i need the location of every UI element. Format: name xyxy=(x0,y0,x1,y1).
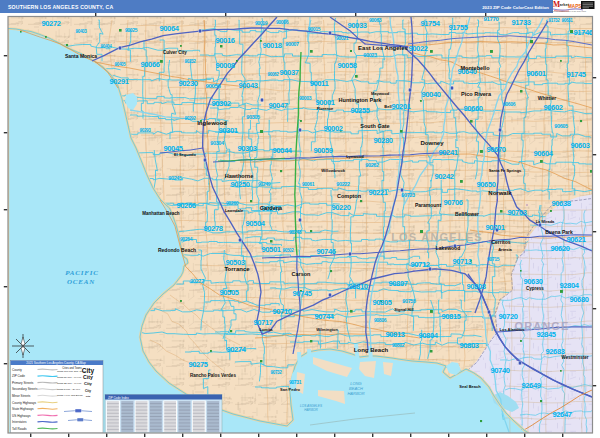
svg-text:90274: 90274 xyxy=(226,345,246,354)
svg-text:90016: 90016 xyxy=(215,36,234,45)
svg-text:Torrance: Torrance xyxy=(224,266,250,272)
svg-text:Toll Roads: Toll Roads xyxy=(12,427,27,431)
svg-text:90242: 90242 xyxy=(434,172,453,181)
svg-text:90712: 90712 xyxy=(410,260,429,269)
svg-text:County Highways: County Highways xyxy=(12,401,37,405)
svg-text:Class 4,999 and Below: Class 4,999 and Below xyxy=(57,394,83,397)
svg-text:90248: 90248 xyxy=(289,229,302,235)
svg-text:Florence: Florence xyxy=(317,106,334,111)
svg-text:90249: 90249 xyxy=(258,181,271,187)
svg-text:Lynwood: Lynwood xyxy=(346,154,364,159)
svg-text:90064: 90064 xyxy=(159,24,179,33)
svg-text:Secondary Streets: Secondary Streets xyxy=(12,387,38,391)
svg-text:90304: 90304 xyxy=(210,140,225,146)
svg-text:90638: 90638 xyxy=(551,199,570,208)
svg-text:Bellflower: Bellflower xyxy=(455,211,479,217)
svg-text:Rancho Palos Verdes: Rancho Palos Verdes xyxy=(190,373,236,378)
svg-text:90025: 90025 xyxy=(125,27,138,33)
svg-text:Bell: Bell xyxy=(384,104,391,109)
svg-text:90047: 90047 xyxy=(268,101,287,110)
svg-text:90631: 90631 xyxy=(562,18,574,23)
svg-text:90502: 90502 xyxy=(283,248,295,253)
svg-text:90650: 90650 xyxy=(476,180,495,189)
svg-text:90066: 90066 xyxy=(140,60,159,69)
svg-text:Inglewood: Inglewood xyxy=(197,120,227,126)
svg-text:90305: 90305 xyxy=(246,114,260,120)
svg-text:90804: 90804 xyxy=(418,331,438,340)
svg-text:90301: 90301 xyxy=(218,126,237,135)
svg-text:Cypress: Cypress xyxy=(526,286,544,291)
svg-text:90255: 90255 xyxy=(350,106,369,115)
svg-text:90302: 90302 xyxy=(211,99,230,108)
svg-text:90621: 90621 xyxy=(566,235,585,244)
svg-text:90278: 90278 xyxy=(203,224,222,233)
svg-text:90291: 90291 xyxy=(109,77,128,86)
svg-text:90501: 90501 xyxy=(261,245,280,254)
svg-text:Maywood: Maywood xyxy=(371,91,390,96)
svg-text:90011: 90011 xyxy=(310,79,329,88)
svg-text:City: City xyxy=(85,389,91,393)
svg-text:Wilmington: Wilmington xyxy=(316,327,338,332)
svg-text:Lomita: Lomita xyxy=(259,327,273,332)
svg-text:La Mirada: La Mirada xyxy=(536,219,555,224)
svg-text:92845: 92845 xyxy=(536,330,555,339)
svg-text:90254: 90254 xyxy=(180,236,193,242)
svg-text:91733: 91733 xyxy=(511,18,530,27)
svg-text:90715: 90715 xyxy=(487,256,500,262)
svg-text:90755: 90755 xyxy=(402,298,416,304)
svg-text:90713: 90713 xyxy=(452,257,471,266)
svg-text:90605: 90605 xyxy=(554,123,568,129)
svg-text:OCEAN: OCEAN xyxy=(67,278,95,286)
svg-text:90731: 90731 xyxy=(289,379,302,385)
svg-text:Santa Monica: Santa Monica xyxy=(65,53,97,59)
svg-text:State Highways: State Highways xyxy=(12,407,34,411)
svg-text:91754: 91754 xyxy=(420,19,440,28)
svg-text:Buena Park: Buena Park xyxy=(545,229,573,235)
svg-text:92647: 92647 xyxy=(552,410,571,419)
svg-text:Cerritos: Cerritos xyxy=(491,239,510,245)
svg-text:90505: 90505 xyxy=(219,288,238,297)
svg-text:92804: 92804 xyxy=(559,281,579,290)
svg-text:90803: 90803 xyxy=(459,341,478,350)
svg-text:90303: 90303 xyxy=(237,144,256,153)
svg-text:MAPS: MAPS xyxy=(568,4,581,9)
svg-text:Minor Streets: Minor Streets xyxy=(12,394,31,398)
svg-text:90232: 90232 xyxy=(185,59,197,64)
svg-text:90230: 90230 xyxy=(178,79,197,88)
svg-text:Paramount: Paramount xyxy=(415,202,441,208)
svg-text:90266: 90266 xyxy=(176,201,195,210)
svg-text:San Pedro: San Pedro xyxy=(280,387,300,392)
svg-text:US Highways: US Highways xyxy=(12,414,31,418)
svg-text:Los Alamitos: Los Alamitos xyxy=(500,327,526,332)
svg-text:90280: 90280 xyxy=(373,136,392,145)
svg-text:90007: 90007 xyxy=(285,41,299,47)
svg-text:90703: 90703 xyxy=(507,208,526,217)
svg-text:90059: 90059 xyxy=(313,146,332,155)
svg-text:90604: 90604 xyxy=(533,149,553,158)
svg-text:Pico Rivera: Pico Rivera xyxy=(461,91,492,97)
svg-text:Redondo Beach: Redondo Beach xyxy=(158,247,196,253)
svg-text:90037: 90037 xyxy=(279,68,298,77)
svg-text:2021 Southern Los Angeles Coun: 2021 Southern Los Angeles County, CA Map xyxy=(26,361,86,365)
svg-text:90023: 90023 xyxy=(363,52,377,58)
svg-text:90745: 90745 xyxy=(292,289,311,298)
svg-text:90262: 90262 xyxy=(365,162,379,168)
svg-text:PACIFIC: PACIFIC xyxy=(65,269,98,277)
svg-text:Manhattan Beach: Manhattan Beach xyxy=(142,211,180,216)
svg-text:County: County xyxy=(12,368,22,372)
svg-text:Hawthorne: Hawthorne xyxy=(225,173,253,179)
svg-text:90062: 90062 xyxy=(268,72,280,77)
svg-text:90504: 90504 xyxy=(245,219,265,228)
svg-text:America's Leading Source of ZI: America's Leading Source of ZIP Code Map… xyxy=(550,10,586,12)
svg-text:90808: 90808 xyxy=(466,282,485,291)
svg-text:90058: 90058 xyxy=(337,61,356,70)
svg-text:90272: 90272 xyxy=(41,19,60,28)
svg-text:90404: 90404 xyxy=(101,44,113,49)
svg-text:90670: 90670 xyxy=(486,145,505,154)
svg-text:90275: 90275 xyxy=(188,360,207,369)
svg-text:Class 5,000 - 24,999: Class 5,000 - 24,999 xyxy=(57,388,81,391)
svg-text:Class 25,000 - 49,999: Class 25,000 - 49,999 xyxy=(57,382,82,385)
svg-text:90660: 90660 xyxy=(463,104,482,113)
svg-text:90201: 90201 xyxy=(391,102,410,111)
svg-text:90810: 90810 xyxy=(348,282,367,291)
